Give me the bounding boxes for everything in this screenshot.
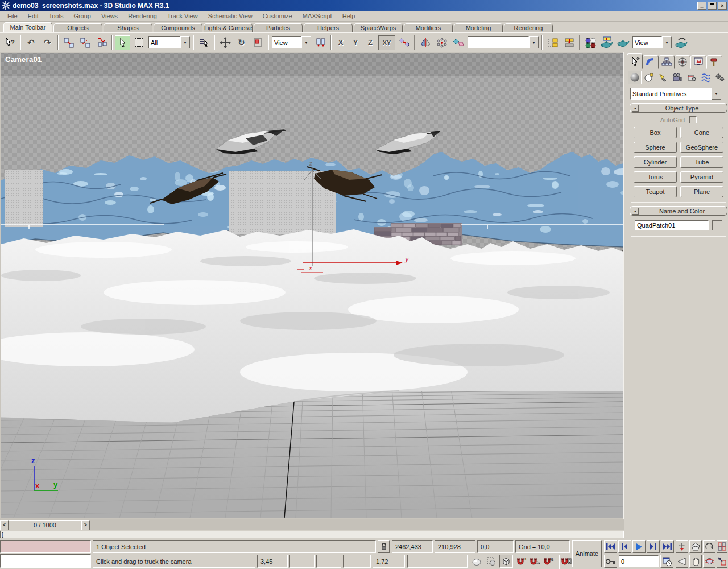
previous-frame-arrow[interactable]: < [0, 520, 9, 530]
pyramid-button[interactable]: Pyramid [680, 171, 723, 183]
camera-viewport[interactable]: z y x z y x Camera01 [1, 53, 623, 517]
menu-tools[interactable]: Tools [44, 11, 69, 21]
tube-button[interactable]: Tube [680, 156, 723, 168]
menu-group[interactable]: Group [68, 11, 96, 21]
previous-frame-button[interactable] [618, 540, 631, 553]
tab-main-toolbar[interactable]: Main Toolbar [3, 22, 52, 32]
restrict-y-button[interactable]: Y [349, 35, 362, 50]
close-button[interactable]: × [718, 2, 727, 10]
play-button[interactable] [632, 540, 646, 553]
tab-lights-cameras[interactable]: Lights & Cameras [204, 23, 253, 32]
min-max-toggle-button[interactable] [717, 555, 727, 568]
undo-button[interactable]: ↶ [23, 35, 39, 50]
systems-category-button[interactable] [713, 71, 727, 84]
object-color-swatch[interactable] [712, 220, 722, 230]
align-button[interactable] [450, 35, 466, 50]
select-and-move-button[interactable] [217, 35, 233, 50]
select-object-button[interactable] [115, 35, 130, 50]
plane-button[interactable]: Plane [680, 186, 723, 197]
status-field-2[interactable]: 1,72 [373, 555, 405, 568]
orbit-camera-button[interactable] [703, 555, 715, 568]
unlink-selection-button[interactable] [77, 35, 93, 50]
cone-button[interactable]: Cone [680, 127, 723, 138]
menu-edit[interactable]: Edit [23, 11, 44, 21]
tab-compounds[interactable]: Compounds [154, 23, 202, 32]
shapes-category-button[interactable] [642, 71, 656, 84]
tab-shapes[interactable]: Shapes [104, 23, 152, 32]
menu-file[interactable]: File [2, 11, 23, 21]
track-view-button[interactable] [561, 35, 577, 50]
lights-category-button[interactable] [656, 71, 670, 84]
select-and-rotate-button[interactable]: ↻ [234, 35, 249, 50]
3d-snap-toggle-button[interactable] [499, 555, 513, 568]
coordinate-system-dropdown[interactable]: View ▼ [272, 36, 311, 48]
tab-rendering[interactable]: Rendering [504, 23, 553, 32]
bind-to-spacewarp-button[interactable] [94, 35, 109, 50]
menu-views[interactable]: Views [96, 11, 123, 21]
time-slider-handle[interactable]: 0 / 1000 [9, 520, 81, 530]
menu-rendering[interactable]: Rendering [123, 11, 162, 21]
tab-spacewarps[interactable]: SpaceWarps [354, 23, 403, 32]
box-button[interactable]: Box [634, 127, 677, 138]
maxscript-listener-pink[interactable] [0, 540, 91, 553]
restrict-x-button[interactable]: X [334, 35, 348, 50]
material-editor-button[interactable] [582, 35, 598, 50]
restore-button[interactable] [708, 2, 717, 10]
named-selection-dropdown[interactable]: ▼ [468, 36, 539, 48]
render-scene-button[interactable] [599, 35, 614, 50]
selection-filter-dropdown[interactable]: All ▼ [148, 36, 190, 48]
menu-schematic-view[interactable]: Schematic View [203, 11, 258, 21]
status-field-1[interactable]: 3,45 [257, 555, 288, 568]
coordinate-x-field[interactable]: 2462,433 [392, 540, 433, 553]
menu-maxscript[interactable]: MAXScript [297, 11, 337, 21]
cylinder-button[interactable]: Cylinder [634, 156, 677, 168]
viewport-label[interactable]: Camera01 [5, 55, 42, 64]
tab-objects[interactable]: Objects [53, 23, 102, 32]
tab-modify[interactable] [643, 55, 659, 69]
time-configuration-button[interactable] [660, 555, 673, 568]
degradation-override-button[interactable] [470, 555, 483, 568]
truck-camera-button[interactable] [689, 555, 702, 568]
next-frame-arrow[interactable]: > [81, 520, 90, 530]
status-field-empty-3[interactable] [343, 555, 371, 568]
geosphere-button[interactable]: GeoSphere [680, 142, 723, 153]
object-type-rollout-header[interactable]: - Object Type [630, 103, 727, 113]
minimize-button[interactable]: _ [697, 2, 706, 10]
snap-toggle-button[interactable]: 3 [515, 555, 528, 568]
menu-customize[interactable]: Customize [258, 11, 297, 21]
go-to-end-button[interactable] [661, 540, 674, 553]
menu-help[interactable]: Help [337, 11, 361, 21]
tab-create[interactable] [627, 53, 643, 69]
selection-lock-button[interactable] [378, 540, 390, 553]
snap-preview-button[interactable] [485, 555, 498, 568]
current-frame-field[interactable] [619, 555, 659, 567]
go-to-start-button[interactable] [604, 540, 617, 553]
dolly-camera-button[interactable] [676, 540, 688, 553]
object-name-field[interactable] [635, 220, 709, 230]
select-by-name-button[interactable] [196, 35, 212, 50]
status-field-empty-4[interactable] [407, 555, 468, 568]
torus-button[interactable]: Torus [634, 171, 677, 183]
next-frame-button[interactable] [647, 540, 660, 553]
name-color-rollout-header[interactable]: - Name and Color [630, 206, 727, 216]
roll-camera-button[interactable] [703, 540, 715, 553]
viewport-layout-button[interactable] [717, 540, 727, 553]
maxscript-listener-white[interactable] [0, 554, 91, 568]
percent-snap-button[interactable]: % [542, 555, 555, 568]
zoom-extents-all-button[interactable] [689, 540, 702, 553]
help-mode-button[interactable]: ? [2, 35, 18, 50]
render-last-button[interactable] [673, 35, 689, 50]
angle-snap-button[interactable] [528, 555, 541, 568]
tab-modifiers[interactable]: Modifiers [404, 23, 453, 32]
track-bar[interactable]: [ [0, 531, 624, 538]
field-of-view-button[interactable] [676, 555, 688, 568]
mirror-button[interactable] [417, 35, 433, 50]
tab-utilities[interactable] [706, 55, 722, 69]
select-and-manipulate-button[interactable] [396, 35, 412, 50]
quick-render-button[interactable] [615, 35, 631, 50]
tab-modeling[interactable]: Modeling [454, 23, 503, 32]
status-field-empty-2[interactable] [316, 555, 341, 568]
geometry-category-button[interactable] [628, 71, 642, 84]
select-and-link-button[interactable] [61, 35, 76, 50]
status-field-empty-1[interactable] [289, 555, 315, 568]
